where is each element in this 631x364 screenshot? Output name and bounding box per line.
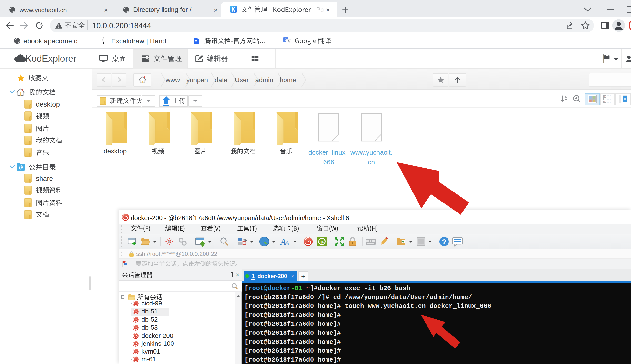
svg-text:?: ? <box>442 238 446 246</box>
svg-text:p: p <box>320 239 323 244</box>
svg-text:A: A <box>284 238 290 247</box>
